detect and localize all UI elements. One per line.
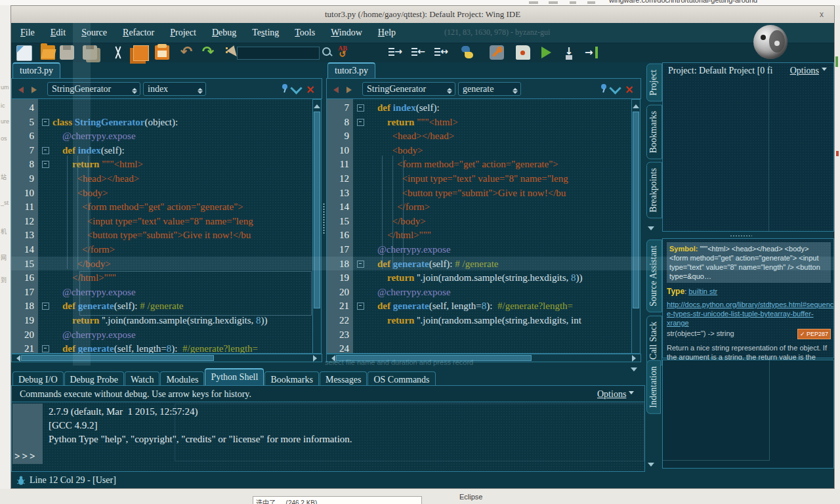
editor-pane-left: tutor3.pyStringGeneratorindex×45class St… xyxy=(11,62,322,366)
indent-left-icon[interactable] xyxy=(411,45,425,60)
indent-match-icon[interactable] xyxy=(434,45,448,60)
editor-header: StringGeneratorgenerate× xyxy=(326,78,641,99)
tab-call-stack[interactable]: Call Stack xyxy=(646,316,662,366)
vertical-scrollbar[interactable] xyxy=(312,99,322,354)
new-file-icon[interactable] xyxy=(16,45,32,61)
window-titlebar[interactable]: tutor3.py (/home/gaoy/qttest): Default P… xyxy=(11,6,834,23)
fold-marker-icon[interactable] xyxy=(357,303,364,310)
horizontal-scrollbar[interactable] xyxy=(11,354,322,362)
tab-python-shell[interactable]: Python Shell xyxy=(205,368,264,387)
code-line: 11 <form method="get" action="generate"> xyxy=(12,200,312,214)
bottom-panel-menu-icon[interactable] xyxy=(631,368,637,375)
background-browser-strip: wingware.com/doc/intro/tutorial-getting-… xyxy=(0,0,840,5)
menu-debug[interactable]: Debug xyxy=(212,28,236,38)
nav-forward-icon[interactable] xyxy=(346,87,352,93)
yin-yang-logo xyxy=(753,25,788,59)
tab-project[interactable]: Project xyxy=(646,64,662,102)
editor-tab[interactable]: tutor3.py xyxy=(327,62,375,78)
fold-marker-icon[interactable] xyxy=(42,161,49,168)
chevron-down-icon xyxy=(822,68,827,74)
menu-edit[interactable]: Edit xyxy=(51,28,66,38)
bug-icon[interactable] xyxy=(16,476,26,485)
paste-icon[interactable] xyxy=(155,45,169,60)
replace-icon[interactable]: AB↺ xyxy=(335,45,350,60)
nav-back-icon[interactable] xyxy=(333,87,339,93)
python-shell[interactable]: 2.7.9 (default, Mar 1 2015, 12:57:24)[GC… xyxy=(11,402,645,472)
chevron-down-icon[interactable] xyxy=(609,82,621,94)
chevron-down-icon[interactable] xyxy=(290,82,302,94)
menu-window[interactable]: Window xyxy=(331,28,362,38)
tab-indentation[interactable]: Indentation xyxy=(646,360,661,414)
run-icon[interactable] xyxy=(539,45,553,60)
fold-marker-icon[interactable] xyxy=(357,104,364,112)
code-line: 13 <button type="submit">Give it now!</b… xyxy=(327,186,631,200)
code-line: 14 </form> xyxy=(12,242,312,257)
background-text-fragment: 站 xyxy=(1,173,7,181)
fold-marker-icon[interactable] xyxy=(42,147,49,154)
pin-icon[interactable] xyxy=(282,84,287,89)
wing-ide-window: tutor3.py (/home/gaoy/qttest): Default P… xyxy=(10,5,835,489)
goto-definition-icon[interactable]: ↓ xyxy=(562,45,576,60)
code-line: 4 xyxy=(12,100,312,115)
editor-tab[interactable]: tutor3.py xyxy=(12,62,60,78)
code-line: 7 def index(self): xyxy=(327,100,631,115)
symbol-combobox[interactable]: index xyxy=(143,82,206,96)
toolbar-search-input[interactable] xyxy=(237,47,320,60)
menu-file[interactable]: File xyxy=(20,28,35,38)
shell-output-line: [GCC 4.9.2] xyxy=(49,420,98,431)
fold-marker-icon[interactable] xyxy=(357,261,364,268)
nav-back-icon[interactable] xyxy=(18,87,24,93)
python-icon[interactable] xyxy=(460,45,474,60)
fold-marker-icon[interactable] xyxy=(42,303,49,310)
fold-marker-icon[interactable] xyxy=(42,345,49,352)
panel-collapse-icon[interactable] xyxy=(648,463,654,470)
debug-config-icon[interactable] xyxy=(490,45,504,60)
tab-breakpoints[interactable]: Breakpoints xyxy=(646,162,662,219)
menu-source[interactable]: Source xyxy=(81,28,107,38)
pin-icon[interactable] xyxy=(601,84,606,89)
scope-combobox[interactable]: StringGenerator xyxy=(362,82,455,96)
save-icon[interactable] xyxy=(60,45,74,60)
open-file-icon[interactable] xyxy=(41,45,55,60)
symbol-combobox[interactable]: generate xyxy=(458,82,521,96)
breakpoint-file-icon[interactable] xyxy=(516,45,530,60)
redo-icon[interactable]: ↷ xyxy=(201,45,215,60)
undo-icon[interactable]: ↶ xyxy=(179,45,194,60)
window-close-icon[interactable]: x xyxy=(820,6,824,23)
menu-refactor[interactable]: Refactor xyxy=(123,28,154,38)
code-line: 22 return ''.join(random.sample(string.h… xyxy=(327,313,631,327)
tab-source-assistant[interactable]: Source Assistant xyxy=(646,240,662,312)
doc-link[interactable]: http://docs.python.org/library/stdtypes.… xyxy=(667,301,833,327)
code-line: 18 def generate(self): # /generate xyxy=(327,257,631,271)
indentation-tab-strip: Indentation xyxy=(645,360,662,414)
vertical-scrollbar[interactable] xyxy=(631,99,640,354)
nav-forward-icon[interactable] xyxy=(32,87,37,93)
panel-splitter-handle[interactable] xyxy=(730,235,752,237)
menu-project[interactable]: Project xyxy=(170,28,196,38)
code-line: 8 return """<html> xyxy=(12,157,312,171)
menu-help[interactable]: Help xyxy=(378,28,396,38)
menu-testing[interactable]: Testing xyxy=(252,28,279,38)
cut-icon[interactable] xyxy=(111,45,125,60)
pane-splitter[interactable] xyxy=(323,203,325,234)
code-line: 9 <head></head> xyxy=(327,129,631,143)
horizontal-scrollbar[interactable] xyxy=(326,354,641,362)
search-icon[interactable] xyxy=(320,45,335,60)
close-split-icon[interactable]: × xyxy=(625,85,634,94)
type-link[interactable]: builtin str xyxy=(688,287,717,295)
code-editor[interactable]: 7 def index(self):8 return """<html>9 <h… xyxy=(326,99,632,354)
indent-right-icon[interactable] xyxy=(388,45,402,60)
step-into-icon[interactable]: → xyxy=(585,45,599,60)
tab-bookmarks[interactable]: Bookmarks xyxy=(646,105,662,159)
shell-prompt: >>> xyxy=(14,451,37,462)
close-split-icon[interactable]: × xyxy=(306,85,315,94)
copy-icon[interactable] xyxy=(133,45,149,61)
panel-collapse-icon[interactable] xyxy=(648,226,654,234)
fold-marker-icon[interactable] xyxy=(42,119,49,126)
fold-marker-icon[interactable] xyxy=(357,119,364,126)
menu-tools[interactable]: Tools xyxy=(295,28,315,38)
shell-options-button[interactable]: Options xyxy=(597,386,634,402)
save-all-icon[interactable] xyxy=(83,45,97,60)
scope-combobox[interactable]: StringGenerator xyxy=(47,82,140,96)
project-options-button[interactable]: Options xyxy=(790,66,827,76)
